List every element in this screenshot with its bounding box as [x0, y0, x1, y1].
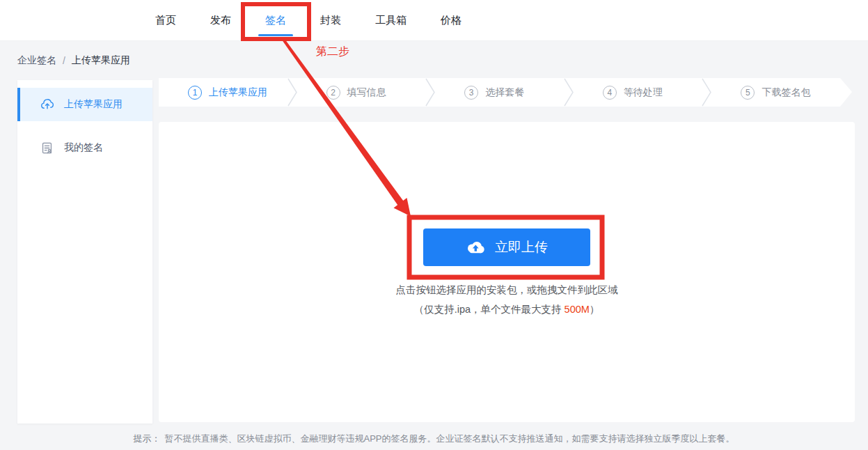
- sidebar-item-my-signatures[interactable]: 我的签名: [17, 131, 152, 164]
- step-label: 下载签名包: [762, 86, 810, 99]
- sidebar-item-upload-apple-app[interactable]: 上传苹果应用: [17, 88, 152, 121]
- step-label: 填写信息: [347, 86, 386, 99]
- steps-bar: 1 上传苹果应用 2 填写信息 3 选择套餐 4 等待处理 5 下载签名包: [159, 78, 840, 107]
- sidebar-item-label: 我的签名: [64, 141, 103, 154]
- step-2-fill-info: 2 填写信息: [297, 78, 426, 107]
- footer-tip: 提示：暂不提供直播类、区块链虚拟币、金融理财等违规APP的签名服务。企业证签名默…: [0, 433, 868, 445]
- hint-prefix: （仅支持.ipa，单个文件最大支持: [414, 304, 565, 315]
- nav-item-publish[interactable]: 发布: [210, 14, 231, 27]
- signature-file-icon: [40, 141, 54, 155]
- annotation-step-note: 第二步: [316, 45, 349, 57]
- steps-bar-arrow-end: [840, 78, 852, 107]
- step-label: 等待处理: [624, 86, 663, 99]
- step-number-badge: 1: [188, 86, 202, 100]
- step-label: 选择套餐: [485, 86, 524, 99]
- nav-item-home[interactable]: 首页: [155, 14, 176, 27]
- chevron-separator-icon: [425, 78, 435, 107]
- step-5-download-package: 5 下载签名包: [711, 78, 840, 107]
- upload-now-button[interactable]: 立即上传: [423, 228, 590, 266]
- breadcrumb-current-page: 上传苹果应用: [72, 54, 130, 67]
- nav-item-pricing[interactable]: 价格: [441, 14, 461, 27]
- size-limit-value: 500M: [565, 304, 590, 315]
- sidebar-item-label: 上传苹果应用: [64, 98, 123, 111]
- nav-item-toolbox[interactable]: 工具箱: [375, 14, 407, 27]
- upload-hint-line1: 点击按钮选择应用的安装包，或拖拽文件到此区域: [396, 284, 618, 297]
- step-number-badge: 3: [464, 86, 478, 100]
- hint-suffix: ）: [590, 304, 600, 315]
- breadcrumb-enterprise-sign[interactable]: 企业签名: [17, 54, 56, 67]
- top-header: 首页 发布 签名 封装 工具箱 价格: [0, 0, 868, 41]
- breadcrumb-separator: /: [63, 55, 65, 66]
- cloud-upload-icon: [466, 240, 485, 254]
- upload-hint-line2: （仅支持.ipa，单个文件最大支持 500M）: [414, 303, 600, 316]
- upload-button-label: 立即上传: [495, 238, 548, 256]
- chevron-separator-icon: [564, 78, 574, 107]
- step-number-badge: 2: [326, 86, 340, 100]
- step-1-upload-app: 1 上传苹果应用: [159, 78, 287, 107]
- step-4-wait-processing: 4 等待处理: [574, 78, 702, 107]
- cloud-upload-icon: [40, 98, 54, 111]
- step-number-badge: 4: [603, 86, 617, 100]
- step-number-badge: 5: [741, 86, 755, 100]
- tip-text: 暂不提供直播类、区块链虚拟币、金融理财等违规APP的签名服务。企业证签名默认不支…: [164, 433, 734, 444]
- upload-dropzone[interactable]: 立即上传 点击按钮选择应用的安装包，或拖拽文件到此区域 （仅支持.ipa，单个文…: [159, 122, 855, 422]
- nav-item-sign[interactable]: 签名: [265, 14, 286, 27]
- breadcrumb: 企业签名 / 上传苹果应用: [17, 54, 130, 67]
- chevron-separator-icon: [702, 78, 711, 107]
- step-3-choose-plan: 3 选择套餐: [435, 78, 564, 107]
- sidebar: 上传苹果应用 我的签名: [17, 80, 152, 424]
- tip-label: 提示：: [133, 433, 160, 444]
- nav-item-package[interactable]: 封装: [320, 14, 341, 27]
- chevron-separator-icon: [287, 78, 297, 107]
- main-nav: 首页 发布 签名 封装 工具箱 价格: [155, 0, 461, 41]
- step-label: 上传苹果应用: [209, 86, 267, 99]
